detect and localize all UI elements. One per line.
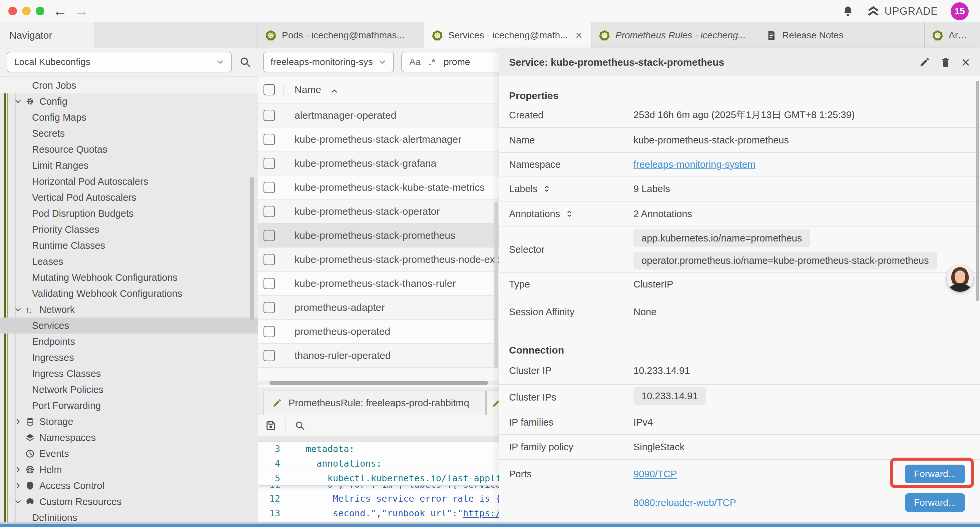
name-column-header[interactable]: Name — [294, 84, 321, 96]
row-checkbox[interactable] — [264, 182, 275, 193]
table-row-kube-prometheus-stack-prometheus[interactable]: kube-prometheus-stack-prometheus — [258, 223, 499, 247]
sidebar-item-cron-jobs[interactable]: Cron Jobs — [0, 77, 258, 93]
save-icon[interactable] — [265, 420, 277, 431]
chevron-right-icon[interactable] — [14, 466, 22, 474]
yaml-editor[interactable]: 3 metadata:4 annotations:5 kubectl.kuber… — [258, 442, 499, 522]
edit-icon[interactable] — [919, 57, 930, 68]
editor-tab-prometheusrule[interactable]: PrometheusRule: freeleaps-prod-rabbitmq — [264, 390, 486, 415]
forward-button[interactable]: Forward... — [905, 493, 965, 512]
tab-services-icecheng-math[interactable]: Services - icecheng@math...× — [424, 22, 592, 48]
sidebar-item-mutating-webhook-configurations[interactable]: Mutating Webhook Configurations — [0, 269, 258, 285]
sidebar-item-helm[interactable]: Helm — [0, 462, 258, 478]
sidebar-item-validating-webhook-configurations[interactable]: Validating Webhook Configurations — [0, 285, 258, 301]
sidebar-search-icon[interactable] — [239, 56, 251, 68]
list-search-input[interactable]: Aa .* prome — [401, 52, 499, 72]
sidebar-item-pod-disruption-budgets[interactable]: Pod Disruption Budgets — [0, 205, 258, 221]
sidebar-item-horizontal-pod-autoscalers[interactable]: Horizontal Pod Autoscalers — [0, 174, 258, 189]
forward-button[interactable]: Forward... — [905, 465, 965, 483]
close-icon[interactable]: × — [961, 56, 970, 69]
sidebar-item-ingresses[interactable]: Ingresses — [0, 350, 258, 366]
select-all-checkbox[interactable] — [264, 84, 275, 96]
sidebar-item-storage[interactable]: Storage — [0, 414, 258, 430]
forward-arrow-icon[interactable]: → — [74, 3, 89, 19]
row-checkbox[interactable] — [264, 350, 275, 361]
sidebar-item-namespaces[interactable]: Namespaces — [0, 430, 258, 446]
scrollbar-thumb[interactable] — [269, 381, 488, 385]
table-row-kube-prometheus-stack-grafana[interactable]: kube-prometheus-stack-grafana — [258, 151, 499, 175]
kubeconfig-selector[interactable]: Local Kubeconfigs — [7, 52, 232, 72]
sidebar-item-limit-ranges[interactable]: Limit Ranges — [0, 158, 258, 174]
row-checkbox[interactable] — [264, 326, 275, 337]
editor-search-icon[interactable] — [294, 420, 305, 431]
sidebar-item-custom-resources[interactable]: Custom Resources — [0, 494, 258, 509]
zoom-window-button[interactable] — [36, 7, 45, 15]
table-scrollbar[interactable] — [494, 201, 498, 368]
delete-icon[interactable] — [940, 57, 951, 68]
bell-icon[interactable] — [842, 5, 854, 18]
sidebar-item-leases[interactable]: Leases — [0, 253, 258, 269]
table-row-kube-prometheus-stack-alertmanager[interactable]: kube-prometheus-stack-alertmanager — [258, 127, 499, 151]
sidebar-item-resource-quotas[interactable]: Resource Quotas — [0, 142, 258, 158]
port-link[interactable]: 9090/TCP — [633, 469, 677, 480]
sidebar-item-config[interactable]: Config — [0, 93, 258, 110]
sidebar-item-vertical-pod-autoscalers[interactable]: Vertical Pod Autoscalers — [0, 189, 258, 205]
editor-tab-partial[interactable] — [486, 390, 499, 415]
tab-release-notes[interactable]: Release Notes — [758, 22, 924, 48]
namespace-link[interactable]: freeleaps-monitoring-system — [633, 159, 756, 170]
close-tab-icon[interactable]: × — [574, 29, 584, 41]
notification-badge[interactable]: 15 — [951, 2, 969, 20]
row-checkbox[interactable] — [264, 254, 275, 265]
table-row-prometheus-adapter[interactable]: prometheus-adapter — [258, 296, 499, 320]
minimize-window-button[interactable] — [22, 7, 31, 15]
table-row-kube-prometheus-stack-kube-state-metrics[interactable]: kube-prometheus-stack-kube-state-metrics — [258, 175, 499, 199]
sidebar-item-events[interactable]: Events — [0, 446, 258, 462]
table-row-alertmanager-operated[interactable]: alertmanager-operated — [258, 103, 499, 127]
assistant-avatar[interactable] — [947, 265, 973, 292]
row-checkbox[interactable] — [264, 278, 275, 289]
sidebar-item-endpoints[interactable]: Endpoints — [0, 334, 258, 350]
tab-pods-icecheng-mathmas[interactable]: Pods - icecheng@mathmas... — [258, 22, 424, 48]
row-checkbox[interactable] — [264, 230, 275, 241]
match-case-toggle[interactable]: Aa — [409, 57, 421, 67]
tab-prometheus-rules-icecheng[interactable]: Prometheus Rules - icecheng... — [592, 22, 758, 48]
table-horizontal-scrollbar[interactable] — [258, 381, 499, 385]
navigator-panel-tab[interactable]: Navigator — [0, 22, 94, 48]
sidebar-item-ingress-classes[interactable]: Ingress Classes — [0, 366, 258, 382]
row-checkbox[interactable] — [264, 158, 275, 169]
table-row-thanos-ruler-operated[interactable]: thanos-ruler-operated — [258, 344, 499, 368]
upgrade-button[interactable]: UPGRADE — [867, 5, 938, 18]
row-checkbox[interactable] — [264, 134, 275, 145]
sidebar-item-secrets[interactable]: Secrets — [0, 126, 258, 142]
close-window-button[interactable] — [8, 7, 17, 15]
back-arrow-icon[interactable]: ← — [53, 3, 67, 19]
chevron-right-icon[interactable] — [14, 482, 22, 490]
row-checkbox[interactable] — [264, 206, 275, 217]
sidebar-scrollbar[interactable] — [250, 177, 254, 320]
table-row-prometheus-operated[interactable]: prometheus-operated — [258, 320, 499, 344]
regex-toggle[interactable]: .* — [429, 57, 436, 67]
row-checkbox[interactable] — [264, 110, 275, 121]
chevron-down-icon[interactable] — [14, 306, 22, 314]
sidebar-item-priority-classes[interactable]: Priority Classes — [0, 221, 258, 237]
sidebar-item-services[interactable]: Services — [0, 318, 258, 334]
table-row-kube-prometheus-stack-thanos-ruler[interactable]: kube-prometheus-stack-thanos-ruler — [258, 272, 499, 296]
port-link[interactable]: 8080:reloader-web/TCP — [633, 497, 736, 508]
sort-updown-icon[interactable] — [565, 210, 573, 218]
drawer-scrollbar[interactable] — [976, 81, 979, 301]
sidebar-item-definitions[interactable]: Definitions — [0, 509, 258, 522]
sidebar-item-network[interactable]: ↑↓Network — [0, 301, 258, 318]
table-row-kube-prometheus-stack-operator[interactable]: kube-prometheus-stack-operator — [258, 199, 499, 223]
sidebar-item-port-forwarding[interactable]: Port Forwarding — [0, 398, 258, 414]
tab-argo-se[interactable]: Argo Se — [924, 22, 980, 48]
sort-updown-icon[interactable] — [543, 185, 551, 193]
row-checkbox[interactable] — [264, 302, 275, 313]
sidebar-item-config-maps[interactable]: Config Maps — [0, 110, 258, 126]
sidebar-item-network-policies[interactable]: Network Policies — [0, 382, 258, 398]
table-row-kube-prometheus-stack-prometheus-node-expor[interactable]: kube-prometheus-stack-prometheus-node-ex… — [258, 247, 499, 272]
chevron-right-icon[interactable] — [14, 417, 22, 426]
sidebar-item-access-control[interactable]: Access Control — [0, 478, 258, 494]
namespace-selector[interactable]: freeleaps-monitoring-system — [263, 52, 394, 72]
sidebar-item-runtime-classes[interactable]: Runtime Classes — [0, 237, 258, 253]
chevron-down-icon[interactable] — [14, 97, 22, 105]
chevron-down-icon[interactable] — [14, 498, 22, 506]
